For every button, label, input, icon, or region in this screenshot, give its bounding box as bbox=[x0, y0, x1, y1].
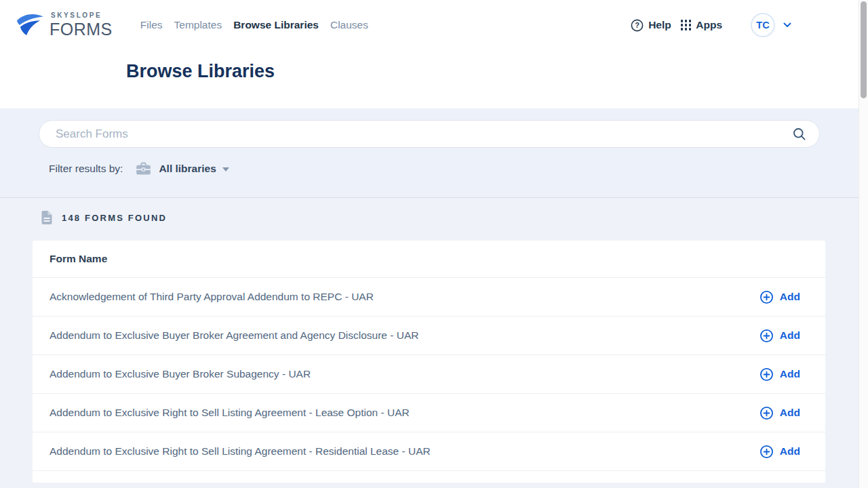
add-form-button[interactable]: Add bbox=[760, 290, 800, 304]
add-form-button[interactable]: Add bbox=[760, 329, 800, 343]
column-header-form-name: Form Name bbox=[50, 253, 107, 265]
results-count-row: 148 FORMS FOUND bbox=[41, 210, 859, 225]
skyslope-forms-logo[interactable]: SKYSLOPE FORMS bbox=[15, 12, 113, 38]
table-row-partial bbox=[33, 470, 825, 483]
add-button-label: Add bbox=[780, 445, 800, 458]
library-filter-value: All libraries bbox=[159, 163, 216, 175]
forms-found-count: 148 FORMS FOUND bbox=[62, 213, 167, 223]
add-form-button[interactable]: Add bbox=[760, 445, 800, 459]
add-button-label: Add bbox=[780, 407, 800, 419]
nav-item-browse-libraries[interactable]: Browse Libraries bbox=[233, 16, 319, 34]
logo-line1: SKYSLOPE bbox=[51, 12, 113, 19]
logo-text: SKYSLOPE FORMS bbox=[50, 12, 113, 38]
apps-button[interactable]: Apps bbox=[681, 19, 722, 31]
app-root: SKYSLOPE FORMS Files Templates Browse Li… bbox=[0, 0, 859, 488]
main-nav: Files Templates Browse Libraries Clauses bbox=[140, 16, 368, 34]
table-row[interactable]: Acknowledgement of Third Party Approval … bbox=[33, 277, 825, 316]
search-icon bbox=[792, 127, 807, 142]
skyslope-swoosh-icon bbox=[15, 12, 45, 38]
form-name: Addendum to Exclusive Right to Sell List… bbox=[50, 407, 410, 419]
plus-circle-icon bbox=[760, 290, 774, 304]
add-form-button[interactable]: Add bbox=[760, 367, 800, 382]
header-actions: ? Help Apps TC bbox=[631, 13, 859, 37]
svg-text:?: ? bbox=[635, 21, 639, 29]
nav-item-templates[interactable]: Templates bbox=[174, 16, 222, 34]
top-bar: SKYSLOPE FORMS Files Templates Browse Li… bbox=[0, 0, 859, 46]
search-input[interactable] bbox=[56, 127, 791, 141]
user-avatar[interactable]: TC bbox=[751, 13, 775, 37]
table-row[interactable]: Addendum to Exclusive Right to Sell List… bbox=[33, 393, 825, 432]
logo-line2: FORMS bbox=[50, 21, 113, 38]
table-row[interactable]: Addendum to Exclusive Buyer Broker Subag… bbox=[33, 354, 825, 393]
library-filter-dropdown[interactable]: All libraries bbox=[159, 163, 229, 175]
plus-circle-icon bbox=[760, 367, 774, 382]
help-button[interactable]: ? Help bbox=[631, 19, 671, 32]
dropdown-caret-icon bbox=[222, 167, 229, 171]
briefcase-icon bbox=[136, 162, 151, 176]
filter-label: Filter results by: bbox=[49, 163, 123, 175]
help-label: Help bbox=[648, 19, 671, 31]
nav-item-clauses[interactable]: Clauses bbox=[330, 16, 368, 34]
form-name: Addendum to Exclusive Right to Sell List… bbox=[50, 445, 431, 458]
filter-row: Filter results by: All libraries bbox=[49, 162, 859, 176]
plus-circle-icon bbox=[760, 406, 774, 420]
add-form-button[interactable]: Add bbox=[760, 406, 800, 420]
apps-grid-icon bbox=[681, 20, 692, 30]
nav-item-files[interactable]: Files bbox=[140, 16, 163, 34]
account-menu-chevron-icon[interactable] bbox=[783, 22, 792, 28]
form-name: Addendum to Exclusive Buyer Broker Agree… bbox=[50, 329, 418, 342]
apps-label: Apps bbox=[696, 19, 722, 31]
scrollbar-thumb[interactable] bbox=[861, 1, 867, 98]
search-button[interactable] bbox=[791, 125, 808, 143]
plus-circle-icon bbox=[760, 445, 774, 459]
page-title: Browse Libraries bbox=[126, 61, 859, 82]
form-name: Addendum to Exclusive Buyer Broker Subag… bbox=[50, 368, 311, 380]
document-icon bbox=[41, 210, 53, 225]
forms-table: Form Name Acknowledgement of Third Party… bbox=[33, 241, 825, 483]
add-button-label: Add bbox=[780, 329, 800, 342]
table-row[interactable]: Addendum to Exclusive Buyer Broker Agree… bbox=[33, 316, 825, 354]
search-bar bbox=[39, 120, 820, 148]
table-row[interactable]: Addendum to Exclusive Right to Sell List… bbox=[33, 432, 825, 470]
add-button-label: Add bbox=[780, 368, 800, 380]
search-section: Filter results by: All libraries bbox=[0, 108, 859, 198]
help-question-icon: ? bbox=[631, 19, 644, 32]
table-header-row: Form Name bbox=[33, 241, 825, 277]
form-name: Acknowledgement of Third Party Approval … bbox=[50, 291, 374, 303]
plus-circle-icon bbox=[760, 329, 774, 343]
page-scrollbar[interactable] bbox=[859, 0, 868, 488]
header: SKYSLOPE FORMS Files Templates Browse Li… bbox=[0, 0, 859, 108]
add-button-label: Add bbox=[780, 291, 800, 303]
results-section: 148 FORMS FOUND Form Name Acknowledgemen… bbox=[0, 198, 859, 483]
